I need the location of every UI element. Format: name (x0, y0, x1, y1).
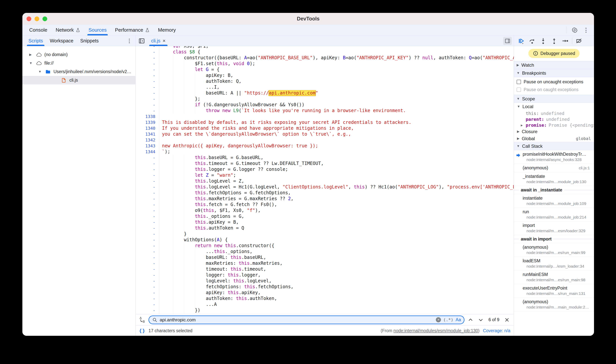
coverage-link[interactable]: Coverage: n/a (483, 328, 510, 333)
gutter-line-number[interactable]: - (136, 219, 159, 225)
gutter-line-number[interactable]: - (136, 49, 159, 55)
code-line-text[interactable]: throw new L9(`It looks like you're runni… (159, 108, 514, 114)
code-line-text[interactable]: logLevel: this.logLevel, (159, 278, 514, 284)
watch-section-header[interactable]: ▶ Watch (514, 61, 594, 69)
gutter-line-number[interactable]: - (136, 196, 159, 202)
search-input[interactable]: api.anthropic.com × (.*) Aa (149, 315, 464, 324)
gutter-line-number[interactable]: 1342 (136, 137, 159, 143)
code-line-text[interactable]: class $8 { (159, 49, 514, 55)
gutter-line-number[interactable]: - (136, 301, 159, 307)
gutter-line-number[interactable]: - (136, 78, 159, 84)
code-line-text[interactable]: this.apiKey = B, (159, 219, 514, 225)
gutter-line-number[interactable]: - (136, 260, 159, 266)
main-tab-network[interactable]: Network (51, 25, 84, 35)
navigator-kebab-icon[interactable]: ⋮ (125, 36, 134, 45)
gutter-line-number[interactable]: 1338 (136, 114, 159, 119)
module-job-link[interactable]: node:internal/modules/esm/module_job:130 (393, 328, 478, 333)
minimize-window-button[interactable] (35, 16, 39, 21)
deactivate-breakpoints-icon[interactable] (574, 36, 584, 45)
code-line-text[interactable]: this.fetchOptions = G.fetchOptions, (159, 190, 514, 196)
gutter-line-number[interactable]: - (136, 61, 159, 67)
code-line-text[interactable]: o9(this, $F1, Xs0, "f"), (159, 208, 514, 213)
gutter-line-number[interactable]: 1344 (136, 149, 159, 155)
match-case-toggle[interactable]: Aa (456, 317, 461, 322)
gutter-line-number[interactable]: - (136, 237, 159, 243)
callstack-frame[interactable]: runMainESMnode:internal/m…es/run_main:98 (514, 271, 594, 284)
gutter-line-number[interactable]: - (136, 307, 159, 313)
gutter-line-number[interactable]: - (136, 296, 159, 301)
callstack-frame[interactable]: runnode:internal/m…module_job:214 (514, 208, 594, 221)
gutter-line-number[interactable]: - (136, 208, 159, 213)
zoom-window-button[interactable] (42, 16, 47, 21)
code-line-text[interactable]: }) (159, 307, 514, 313)
code-line-text[interactable]: } (159, 231, 514, 237)
code-line-text[interactable]: withOptions(A) { (159, 237, 514, 243)
code-line-text[interactable]: }; (159, 96, 514, 102)
code-line-text[interactable]: } (159, 313, 514, 314)
gutter-line-number[interactable]: - (136, 67, 159, 73)
code-line-text[interactable]: this.maxRetries = G.maxRetries ?? 2, (159, 196, 514, 202)
breakpoint-checkbox-row[interactable]: Pause on uncaught exceptions (514, 78, 594, 86)
code-line-text[interactable]: var Xs0, $F1; (159, 46, 514, 49)
code-line-text[interactable]: this._options = G, (159, 213, 514, 219)
gutter-line-number[interactable]: - (136, 155, 159, 161)
next-match-button[interactable] (476, 316, 485, 324)
code-line-text[interactable]: apiKey: B, (159, 73, 514, 78)
code-line-text[interactable]: this.authToken = Q (159, 225, 514, 231)
settings-gear-icon[interactable] (570, 26, 580, 35)
code-line-text[interactable]: this.logLevel = Hc1(G.logLevel, "ClientO… (159, 184, 514, 190)
gutter-line-number[interactable]: - (136, 213, 159, 219)
callstack-frame[interactable]: promiseInitHookWithDestroyTr…node:intern… (514, 150, 594, 164)
chevron-down-icon[interactable]: ▼ (38, 70, 42, 74)
previous-match-button[interactable] (466, 316, 475, 324)
checkbox[interactable] (517, 88, 521, 92)
gutter-line-number[interactable]: - (136, 84, 159, 90)
gutter-line-number[interactable]: - (136, 73, 159, 78)
callstack-frame[interactable]: (anonymous)node:internal/m…main_module:2… (514, 298, 594, 311)
breakpoints-section-header[interactable]: ▼ Breakpoints (514, 69, 594, 77)
scope-section-header[interactable]: ▼ Scope (514, 95, 594, 103)
code-line-text[interactable]: let G = { (159, 67, 514, 73)
code-line-text[interactable]: you can set the \`dangerouslyAllowBrowse… (159, 131, 514, 137)
code-line-text[interactable]: baseURL: this.baseURL, (159, 255, 514, 260)
callstack-frame[interactable]: _instantiatenode:internal/m…module_job:1… (514, 172, 594, 186)
callstack-frame[interactable]: executeUserEntryPointnode:internal/m…s/r… (514, 284, 594, 298)
gutter-line-number[interactable]: - (136, 46, 159, 49)
scope-global-group[interactable]: ▶ Global global (514, 135, 594, 142)
code-line-text[interactable]: apiKey: this.apiKey, (159, 290, 514, 296)
tree-row-users-jinhuilee-nvm-versions-node-v2-[interactable]: ▼Users/jinhuilee/.nvm/versions/node/v2… (22, 67, 135, 76)
main-tab-sources[interactable]: Sources (84, 25, 111, 35)
gutter-line-number[interactable]: - (136, 249, 159, 255)
tree-row-cli-js[interactable]: cli.js (22, 76, 135, 84)
code-line-text[interactable]: timeout: this.timeout, (159, 266, 514, 272)
gutter-line-number[interactable]: - (136, 108, 159, 114)
code-line-text[interactable]: this.logLevel = Z, (159, 178, 514, 184)
callstack-frame[interactable]: instantiatenode:internal/m…module_job:10… (514, 194, 594, 208)
regex-toggle[interactable]: (.*) (443, 317, 453, 322)
gutter-line-number[interactable]: - (136, 184, 159, 190)
gutter-line-number[interactable]: - (136, 225, 159, 231)
code-line-text[interactable]: let Z = "warn"; (159, 172, 514, 178)
navigator-tab-snippets[interactable]: Snippets (77, 36, 102, 46)
tree-row--no-domain-[interactable]: ▶(no domain) (22, 50, 135, 59)
gutter-line-number[interactable]: - (136, 102, 159, 108)
code-line-text[interactable]: return new this.constructor({ (159, 243, 514, 249)
pretty-print-toggle[interactable]: {} (139, 328, 145, 334)
gutter-line-number[interactable]: - (136, 190, 159, 196)
gutter-line-number[interactable]: - (136, 90, 159, 96)
main-tab-performance[interactable]: Performance (111, 25, 154, 35)
chevron-right-icon[interactable]: ▶ (29, 53, 32, 57)
code-line-text[interactable]: authToken: this.authToken, (159, 296, 514, 301)
code-line-text[interactable]: maxRetries: this.maxRetries, (159, 260, 514, 266)
code-line-text[interactable]: this.baseURL = G.baseURL, (159, 155, 514, 161)
search-query[interactable]: api.anthropic.com (160, 317, 434, 323)
gutter-line-number[interactable]: - (136, 272, 159, 278)
code-line-text[interactable]: ...A (159, 301, 514, 307)
gutter-line-number[interactable]: - (136, 313, 159, 314)
clear-search-icon[interactable]: × (436, 317, 441, 322)
code-line-text[interactable]: authToken: Q, (159, 78, 514, 84)
hide-navigator-icon[interactable] (137, 36, 147, 45)
breakpoint-checkbox-row[interactable]: Pause on caught exceptions (514, 86, 594, 93)
step-into-button[interactable] (538, 36, 548, 45)
chevron-down-icon[interactable]: ▼ (29, 61, 32, 65)
